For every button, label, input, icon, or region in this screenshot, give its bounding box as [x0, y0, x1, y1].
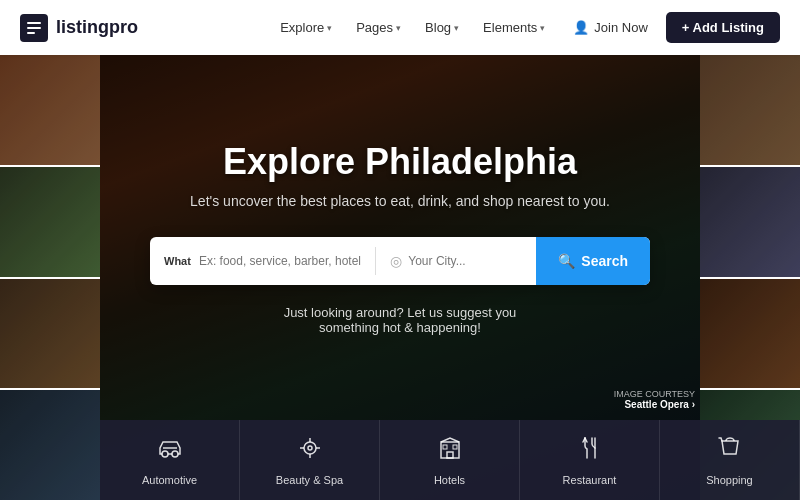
chevron-down-icon: ▾ [396, 23, 401, 33]
add-listing-button[interactable]: + Add Listing [666, 12, 780, 43]
category-automotive[interactable]: Automotive [100, 420, 240, 500]
svg-point-6 [308, 446, 312, 450]
hotels-label: Hotels [434, 474, 465, 486]
svg-rect-9 [443, 445, 447, 449]
side-photo-5 [700, 55, 800, 165]
navbar: listingpro Explore ▾ Pages ▾ Blog ▾ Elem… [0, 0, 800, 55]
beauty-label: Beauty & Spa [276, 474, 343, 486]
category-restaurant[interactable]: Restaurant [520, 420, 660, 500]
svg-rect-10 [453, 445, 457, 449]
beauty-icon [296, 434, 324, 468]
category-hotels[interactable]: Hotels [380, 420, 520, 500]
svg-point-3 [162, 451, 168, 457]
side-photo-6 [700, 167, 800, 277]
logo-icon [20, 14, 48, 42]
svg-point-5 [304, 442, 316, 454]
shopping-icon [716, 434, 744, 468]
side-photo-3 [0, 279, 100, 389]
category-beauty-spa[interactable]: Beauty & Spa [240, 420, 380, 500]
restaurant-label: Restaurant [563, 474, 617, 486]
left-photo-panel [0, 55, 100, 500]
location-icon: ◎ [390, 253, 402, 269]
logo[interactable]: listingpro [20, 14, 138, 42]
search-icon: 🔍 [558, 253, 575, 269]
nav-links: Explore ▾ Pages ▾ Blog ▾ Elements ▾ 👤 Jo… [270, 12, 780, 43]
what-input[interactable] [199, 254, 361, 268]
nav-elements[interactable]: Elements ▾ [473, 14, 555, 41]
shopping-label: Shopping [706, 474, 753, 486]
what-label: What [164, 255, 191, 267]
categories-bar: Automotive Beauty & Spa Hotels [100, 420, 800, 500]
svg-rect-7 [441, 442, 459, 458]
automotive-icon [156, 434, 184, 468]
chevron-down-icon: ▾ [454, 23, 459, 33]
search-button[interactable]: 🔍 Search [536, 237, 650, 285]
side-photo-2 [0, 167, 100, 277]
automotive-label: Automotive [142, 474, 197, 486]
hero-section: Explore Philadelphia Let's uncover the b… [100, 55, 700, 420]
brand-name: listingpro [56, 17, 138, 38]
side-photo-4 [0, 390, 100, 500]
svg-rect-8 [447, 452, 453, 458]
svg-rect-0 [27, 22, 41, 24]
where-section: ◎ [376, 237, 536, 285]
nav-blog[interactable]: Blog ▾ [415, 14, 469, 41]
side-photo-1 [0, 55, 100, 165]
search-bar: What ◎ 🔍 Search [150, 237, 650, 285]
hero-title: Explore Philadelphia [223, 141, 577, 183]
nav-explore[interactable]: Explore ▾ [270, 14, 342, 41]
join-now-button[interactable]: 👤 Join Now [559, 14, 661, 41]
svg-rect-1 [27, 27, 41, 29]
chevron-down-icon: ▾ [540, 23, 545, 33]
svg-rect-2 [27, 32, 35, 34]
what-section: What [150, 237, 375, 285]
user-icon: 👤 [573, 20, 589, 35]
looking-around-text: Just looking around? Let us suggest you … [284, 305, 517, 335]
side-photo-7 [700, 279, 800, 389]
hero-subtitle: Let's uncover the best places to eat, dr… [190, 193, 610, 209]
where-input[interactable] [408, 254, 522, 268]
category-shopping[interactable]: Shopping [660, 420, 800, 500]
hotels-icon [436, 434, 464, 468]
image-courtesy: IMAGE COURTESY Seattle Opera › [614, 389, 695, 410]
chevron-down-icon: ▾ [327, 23, 332, 33]
svg-point-4 [172, 451, 178, 457]
restaurant-icon [576, 434, 604, 468]
nav-pages[interactable]: Pages ▾ [346, 14, 411, 41]
